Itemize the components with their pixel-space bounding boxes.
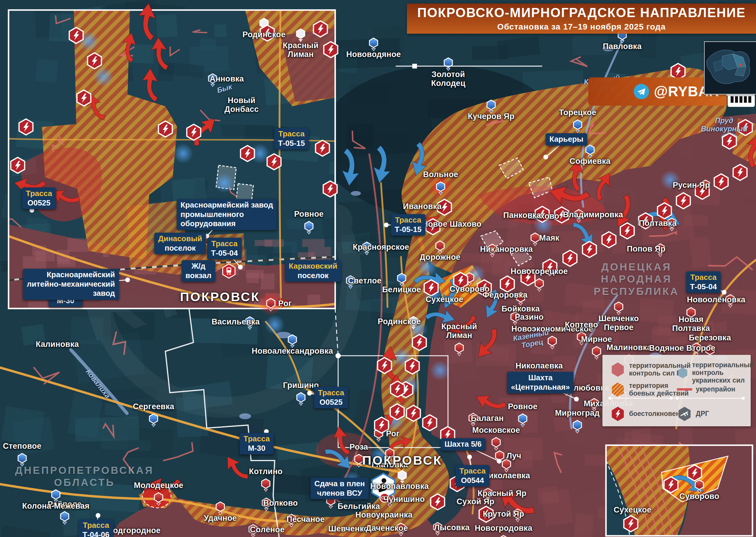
settlement-label: Удачное [204, 514, 237, 523]
settlement-label: Красноярское [353, 243, 409, 252]
settlement-label: Русин Яр [673, 181, 710, 190]
map-subtitle: Обстановка за 17–19 ноября 2025 года [497, 23, 666, 31]
settlement-label: Волково [264, 499, 298, 508]
road-label-box: ТрассаО0525 [314, 387, 348, 408]
settlement-label: Маяк [539, 234, 559, 243]
settlement-label: Ивановка [403, 202, 442, 211]
settlement-label: Даченское [366, 524, 408, 533]
settlement-label: Вольное [423, 170, 458, 179]
legend-divider-dot [676, 397, 679, 400]
settlement-label: Торецкое [559, 108, 596, 117]
settlement-label: Красный Яр [478, 489, 526, 498]
settlement-label: Федоровка [483, 291, 528, 300]
settlement-label: Никаноровка [480, 245, 533, 254]
settlement-label: Бойковка [501, 305, 540, 313]
settlement-label: Мирноград [555, 409, 600, 418]
fortification-icon [677, 387, 692, 392]
settlement-label: Новая Полтавка [658, 315, 724, 333]
road-label-box: ТрассаТ-04-06 [79, 519, 113, 537]
clash-icon [610, 406, 625, 422]
settlement-label: Новый Донбасс [225, 96, 259, 114]
road-label-box: Динасовыйпоселок [154, 233, 206, 254]
settlement-label: Шевченко [328, 525, 369, 533]
legend-item-clash: боестолкновения [610, 406, 688, 422]
settlement-label: Красный Лиман [283, 41, 318, 59]
settlement-label: Николаевка [516, 362, 563, 370]
settlement-label: Сухецкое [614, 506, 651, 515]
settlement-label: Дорожное [420, 253, 460, 262]
situation-map: RYBAR НововодяноеЗолотой КолодецКучеров … [0, 0, 756, 537]
settlement-label: Новое Шахово [422, 220, 482, 229]
legend-item-ua: территориальный контроль украинских сил [677, 361, 756, 384]
region-label: ДНЕПРОПЕТРОВСКАЯ ОБЛАСТЬ [15, 464, 154, 489]
settlement-label: Малиновка [607, 343, 651, 352]
settlement-label: Васильевка [211, 318, 260, 326]
settlement-label: Балаган [471, 414, 504, 423]
settlement-label: Крутой Яр [483, 510, 524, 519]
settlement-label: Новоукраинка [355, 511, 412, 519]
settlement-label: Чунишино [383, 495, 425, 504]
legend-divider-dot [742, 397, 745, 400]
settlement-label: Коптево [565, 321, 598, 329]
battle-zone-icon [610, 381, 625, 398]
road-label-box: ТрассаТ-05-04 [207, 238, 241, 259]
settlement-label: Попов Яр [627, 245, 665, 254]
road-label-box: Караковскийпоселок [285, 260, 341, 282]
road-label-box: ТрассаТ-05-15 [391, 214, 425, 235]
info-label-box: Красноармейский завод промышленного обор… [177, 199, 277, 230]
info-label-box: Красноармейский литейно-механический зав… [23, 268, 119, 300]
settlement-label: Новоторецкое [511, 267, 568, 276]
settlement-label: Мирное [581, 335, 612, 344]
settlement-label: Луч [506, 452, 522, 461]
legend-item-fort: укрепрайон [677, 386, 735, 393]
road-label-box: ТрассаМ-30 [240, 433, 274, 454]
rf-control-icon [610, 361, 625, 378]
road-label-box: ТрассаТ-05-15 [274, 128, 309, 149]
settlement-label: Новогродовка [475, 524, 532, 533]
settlement-label: Полтавка [639, 219, 677, 228]
settlement-label: Рог [386, 430, 399, 438]
settlement-label: Котлино [249, 467, 283, 476]
settlement-label: Песчаное [286, 515, 324, 524]
settlement-label: Солёное [250, 525, 284, 534]
settlement-label: Павловка [603, 42, 642, 51]
title-banner: ПОКРОВСКО-МИРНОГРАДСКОЕ НАПРАВЛЕНИЕ Обст… [407, 4, 756, 34]
legend-divider-dot [670, 397, 673, 400]
settlement-label: Новоолёновка [687, 296, 745, 304]
info-label-box: Шахта «Центральная» [507, 372, 573, 393]
settlement-label: Анновка [210, 75, 244, 84]
water-label: Пруд Винокурный [701, 117, 747, 133]
settlement-label: Новопавловка [370, 482, 429, 491]
settlement-label: Рог [278, 299, 292, 308]
settlement-label: Родинское [378, 317, 421, 326]
settlement-label: Роза [350, 443, 368, 452]
settlement-label: Софиевка [570, 157, 611, 166]
settlement-label: Нововодяное [346, 50, 401, 59]
settlement-label: Панковка [503, 211, 541, 220]
settlement-label: ПОКРОВСК [362, 453, 442, 467]
settlement-label: Сергеевка [133, 402, 174, 411]
settlement-label: Новоалександровка [252, 347, 333, 356]
settlement-label: Лысовка [434, 523, 470, 532]
info-label-box: Карьеры [545, 133, 587, 145]
settlement-label: Степовое [3, 442, 42, 451]
settlement-label: Гришино [283, 381, 319, 390]
settlement-label: Золотой Колодец [431, 70, 465, 88]
legend-divider-dot [609, 397, 611, 400]
settlement-label: Владимировка [563, 211, 623, 219]
scale-bar [396, 64, 542, 68]
settlement-label: Сухой Яр [457, 497, 494, 506]
settlement-label: Ровное [294, 210, 324, 219]
legend-panel: территориальный контроль сил РФ территор… [603, 355, 751, 426]
settlement-label: Светлое [348, 277, 382, 285]
settlement-label: Московское [472, 426, 520, 435]
settlement-label: Николаевка [483, 472, 530, 480]
settlement-label: ПОКРОВСК [180, 290, 260, 304]
settlement-label: Сухецкое [426, 295, 463, 304]
road-label-box: ТрассаО0544 [456, 465, 490, 486]
settlement-label: Ровное [508, 402, 537, 411]
settlement-label: Березовка [689, 334, 731, 343]
settlement-label: Кучеров Яр [468, 112, 515, 121]
info-label-box: Шахта 5/6 [441, 438, 485, 450]
settlement-label: Бельгийка [338, 502, 380, 511]
